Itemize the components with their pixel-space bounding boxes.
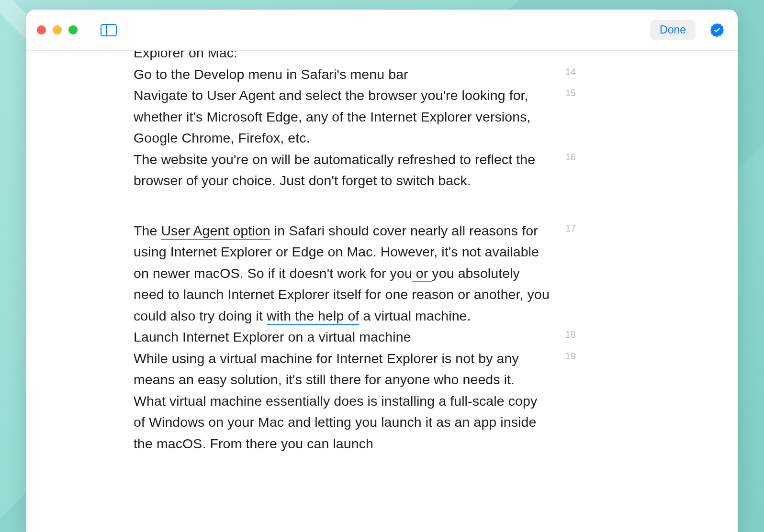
- paragraph-row: The User Agent option in Safari should c…: [26, 220, 738, 327]
- paragraph-row: Navigate to User Agent and select the br…: [26, 85, 738, 149]
- done-button[interactable]: Done: [650, 20, 696, 40]
- paragraph-number: 17: [550, 220, 579, 234]
- paragraph-row: Explorer on Mac:: [26, 51, 738, 64]
- paragraph-text[interactable]: Launch Internet Explorer on a virtual ma…: [134, 326, 550, 348]
- paragraph-row: Launch Internet Explorer on a virtual ma…: [26, 326, 738, 348]
- editor-window: Done Explorer on Mac:Go to the Develop m…: [26, 10, 738, 532]
- paragraph-row: The website you're on will be automatica…: [26, 149, 738, 191]
- paragraph-number: 15: [550, 85, 579, 99]
- paragraph-number: 18: [550, 326, 579, 340]
- paragraph-gap: [26, 191, 738, 220]
- zoom-window-button[interactable]: [68, 25, 78, 34]
- paragraph-row: While using a virtual machine for Intern…: [26, 348, 738, 454]
- paragraph-text[interactable]: While using a virtual machine for Intern…: [134, 348, 550, 454]
- document-content[interactable]: Explorer on Mac:Go to the Develop menu i…: [26, 51, 738, 532]
- paragraph-text[interactable]: Explorer on Mac:: [134, 51, 550, 64]
- close-window-button[interactable]: [37, 25, 46, 34]
- paragraph-text[interactable]: Navigate to User Agent and select the br…: [134, 85, 550, 149]
- paragraph-row: Go to the Develop menu in Safari's menu …: [26, 64, 738, 85]
- paragraph-text[interactable]: The User Agent option in Safari should c…: [134, 220, 550, 327]
- window-titlebar: Done: [26, 10, 738, 51]
- paragraph-number: 14: [550, 64, 579, 78]
- window-controls: [37, 25, 78, 34]
- paragraph-text[interactable]: The website you're on will be automatica…: [134, 149, 550, 191]
- verified-badge-icon[interactable]: [709, 22, 725, 38]
- toggle-sidebar-button[interactable]: [101, 24, 117, 36]
- minimize-window-button[interactable]: [53, 25, 62, 34]
- paragraph-text[interactable]: Go to the Develop menu in Safari's menu …: [134, 64, 550, 85]
- paragraph-number: 16: [550, 149, 579, 163]
- paragraph-number: 19: [550, 348, 579, 362]
